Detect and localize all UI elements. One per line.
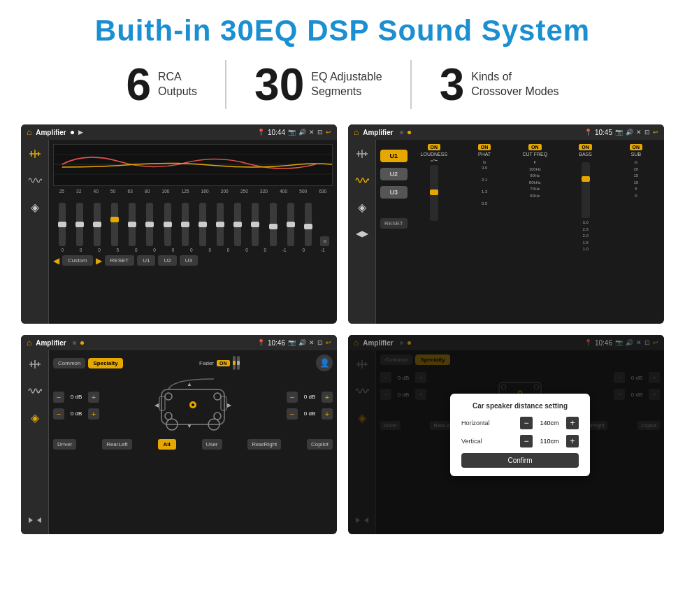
eq-slider-14[interactable]: [285, 203, 296, 246]
fader-label: Fader: [199, 360, 214, 366]
fader-on-badge: ON: [217, 360, 230, 366]
eq-slider-13[interactable]: [268, 203, 279, 246]
vol-plus-1[interactable]: +: [88, 392, 99, 403]
eq-slider-15[interactable]: [303, 203, 314, 246]
user-btn[interactable]: User: [202, 439, 222, 450]
status-bar-crossover: ⌂ Amplifier 📍 10:45 📷 🔊 ✕ ⊡ ↩: [348, 124, 664, 140]
crossover-sidebar: ◈ ◀▶: [348, 140, 376, 324]
eq-u2-btn[interactable]: U2: [158, 255, 176, 266]
sidebar-speaker-icon-s[interactable]: ◈: [27, 409, 43, 426]
crossover-main-area: U1 U2 U3 RESET ON LOUDNESS: [376, 140, 664, 324]
vol-minus-1[interactable]: −: [53, 392, 64, 403]
eq-slider-6[interactable]: [144, 203, 155, 246]
eq-sliders: »: [53, 196, 333, 246]
vol-plus-2[interactable]: +: [88, 408, 99, 420]
copilot-btn[interactable]: Copilot: [307, 439, 333, 450]
horizontal-value: 140cm: [535, 420, 563, 427]
svg-point-27: [214, 393, 221, 400]
phat-label: PHAT: [478, 152, 491, 157]
back-icon-speaker[interactable]: ↩: [326, 339, 331, 346]
status-bar-eq: ⌂ Amplifier ▶ 📍 10:44 📷 🔊 ✕ ⊡ ↩: [21, 124, 337, 140]
eq-slider-12[interactable]: [250, 203, 261, 246]
home-icon-crossover[interactable]: ⌂: [354, 127, 359, 137]
status-right-eq: 📍 10:44 📷 🔊 ✕ ⊡ ↩: [257, 129, 331, 136]
sidebar-wave-icon-c[interactable]: [354, 172, 370, 189]
tab-common[interactable]: Common: [53, 358, 85, 368]
eq-u3-btn[interactable]: U3: [180, 255, 198, 266]
sidebar-vol-icon-s[interactable]: [27, 512, 43, 529]
eq-u1-btn[interactable]: U1: [137, 255, 155, 266]
vol-plus-4[interactable]: +: [322, 408, 333, 420]
eq-more-arrow[interactable]: »: [320, 236, 329, 246]
sidebar-vol-icon-c[interactable]: ◀▶: [354, 225, 370, 242]
status-dot-speaker-1: [73, 341, 76, 345]
screen-speaker: ⌂ Amplifier 📍 10:46 📷 🔊 ✕ ⊡ ↩: [21, 335, 337, 534]
loudness-on-badge: ON: [428, 144, 441, 150]
eq-custom-btn[interactable]: Custom: [62, 255, 93, 266]
eq-prev-btn[interactable]: ◀: [53, 256, 59, 266]
window-icon-eq: ⊡: [317, 129, 323, 136]
bass-vals: 3.02.52.01.51.0: [582, 220, 588, 253]
eq-slider-4[interactable]: [109, 203, 120, 246]
svg-marker-18: [37, 517, 41, 523]
status-bar-speaker: ⌂ Amplifier 📍 10:46 📷 🔊 ✕ ⊡ ↩: [21, 335, 337, 350]
sidebar-eq-icon[interactable]: [27, 145, 43, 162]
back-icon-crossover[interactable]: ↩: [653, 129, 658, 136]
vol-minus-3[interactable]: −: [287, 392, 298, 403]
eq-slider-5[interactable]: [127, 203, 138, 246]
phat-on-badge: ON: [478, 144, 491, 150]
sub-ctrl: ON SUB G20151050: [612, 144, 660, 320]
home-icon-speaker[interactable]: ⌂: [27, 338, 31, 348]
sidebar-speaker-icon-c[interactable]: ◈: [354, 199, 370, 215]
loudness-slider[interactable]: [430, 165, 438, 221]
horizontal-plus-btn[interactable]: +: [566, 417, 579, 429]
bass-slider[interactable]: [582, 162, 590, 218]
eq-slider-10[interactable]: [215, 203, 226, 246]
profile-icon[interactable]: 👤: [316, 354, 333, 371]
fader-group: Fader ON: [199, 356, 239, 370]
eq-slider-11[interactable]: [232, 203, 243, 246]
u3-btn[interactable]: U3: [380, 186, 408, 199]
sidebar-eq-icon-s[interactable]: [27, 356, 43, 373]
sidebar-wave-icon-s[interactable]: [27, 382, 43, 399]
vol-minus-2[interactable]: −: [53, 408, 64, 420]
features-row: 6 RCA Outputs 30 EQ Adjustable Segments …: [21, 60, 664, 109]
eq-slider-9[interactable]: [197, 203, 208, 246]
eq-bottom-controls: ◀ Custom ▶ RESET U1 U2 U3: [53, 255, 333, 266]
eq-slider-2[interactable]: [74, 203, 85, 246]
rearleft-btn[interactable]: RearLeft: [102, 439, 132, 450]
u2-btn[interactable]: U2: [380, 168, 408, 180]
eq-slider-1[interactable]: [57, 203, 68, 246]
loudness-ctrl: ON LOUDNESS: [410, 144, 458, 320]
vertical-minus-btn[interactable]: −: [520, 435, 533, 447]
all-btn[interactable]: All: [158, 439, 176, 450]
bass-label: BASS: [579, 152, 592, 157]
eq-slider-7[interactable]: [162, 203, 173, 246]
vol-minus-4[interactable]: −: [287, 408, 298, 420]
play-icon-eq: ▶: [78, 129, 83, 136]
rearright-btn[interactable]: RearRight: [247, 439, 281, 450]
eq-slider-8[interactable]: [180, 203, 191, 246]
home-icon-eq[interactable]: ⌂: [27, 127, 31, 137]
vertical-plus-btn[interactable]: +: [566, 435, 579, 447]
sidebar-speaker-icon[interactable]: ◈: [27, 199, 43, 215]
confirm-button[interactable]: Confirm: [461, 453, 579, 468]
vol-plus-3[interactable]: +: [322, 392, 333, 403]
svg-text:▼: ▼: [187, 423, 192, 429]
eq-reset-btn[interactable]: RESET: [105, 255, 135, 266]
tab-specialty[interactable]: Specialty: [88, 358, 122, 368]
dialog-title: Car speaker distance setting: [461, 402, 579, 410]
eq-next-btn[interactable]: ▶: [96, 256, 102, 266]
status-left-speaker: ⌂ Amplifier: [27, 338, 84, 348]
camera-icon-eq: 📷: [288, 129, 296, 136]
feature-rca: 6 RCA Outputs: [98, 62, 225, 107]
sidebar-eq-icon-c[interactable]: [354, 145, 370, 162]
eq-graph: [53, 144, 333, 186]
sidebar-wave-icon[interactable]: [27, 172, 43, 189]
back-icon-eq[interactable]: ↩: [326, 129, 331, 136]
u1-btn[interactable]: U1: [380, 150, 408, 162]
crossover-reset-btn[interactable]: RESET: [380, 218, 408, 229]
horizontal-minus-btn[interactable]: −: [520, 417, 533, 429]
driver-btn[interactable]: Driver: [53, 439, 76, 450]
eq-slider-3[interactable]: [92, 203, 103, 246]
